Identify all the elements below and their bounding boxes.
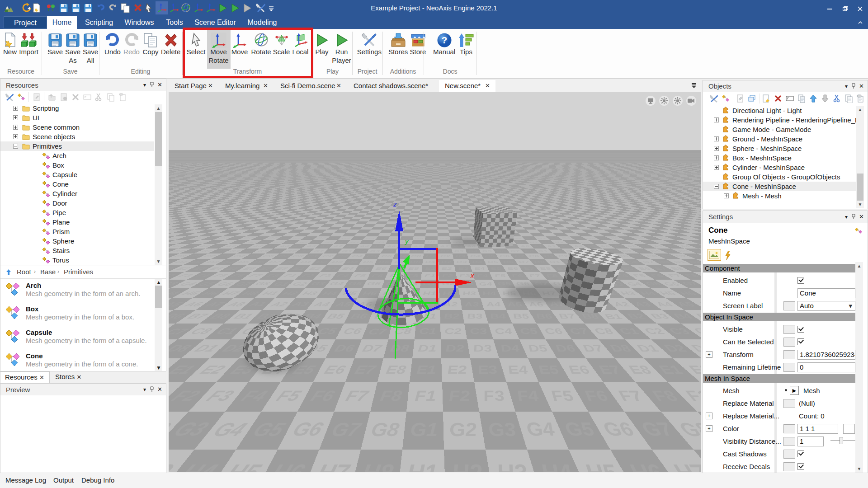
svg-text:D5: D5 <box>486 260 499 264</box>
svg-text:B4: B4 <box>488 312 507 320</box>
svg-text:G8: G8 <box>369 419 401 440</box>
svg-text:H2: H2 <box>439 241 449 243</box>
svg-text:F8: F8 <box>379 388 403 404</box>
svg-text:A2: A2 <box>439 245 449 248</box>
svg-text:C4: C4 <box>470 254 481 258</box>
svg-text:H2: H2 <box>451 459 484 472</box>
svg-text:G1: G1 <box>427 237 435 239</box>
svg-text:C4: C4 <box>493 327 514 336</box>
svg-text:A4: A4 <box>465 245 476 248</box>
svg-text:z: z <box>393 200 397 208</box>
svg-text:D4: D4 <box>472 260 483 264</box>
svg-text:E2: E2 <box>447 363 468 376</box>
svg-text:E3: E3 <box>458 267 469 271</box>
svg-text:F1: F1 <box>425 273 436 277</box>
svg-text:G6: G6 <box>390 237 400 239</box>
svg-text:E1: E1 <box>416 363 437 376</box>
svg-text:F8: F8 <box>407 273 419 277</box>
svg-text:F1: F1 <box>415 388 436 404</box>
svg-text:C3: C3 <box>469 327 488 336</box>
svg-text:H1: H1 <box>406 459 438 472</box>
svg-text:D2: D2 <box>445 343 465 354</box>
svg-text:D8: D8 <box>410 260 421 264</box>
svg-text:F2: F2 <box>442 273 453 277</box>
svg-text:D6: D6 <box>378 260 390 264</box>
svg-text:B2: B2 <box>440 250 450 253</box>
svg-text:x: x <box>470 272 474 279</box>
svg-text:F3: F3 <box>481 388 506 404</box>
svg-text:G1: G1 <box>410 419 439 440</box>
svg-text:E8: E8 <box>385 363 407 376</box>
svg-text:C5: C5 <box>484 254 496 258</box>
svg-text:B4: B4 <box>467 250 478 253</box>
svg-text:H6: H6 <box>388 241 398 243</box>
svg-text:H4: H4 <box>481 291 497 296</box>
svg-text:C6: C6 <box>381 254 392 258</box>
svg-text:G3: G3 <box>451 237 460 239</box>
svg-text:D3: D3 <box>472 343 493 354</box>
svg-text:G6: G6 <box>366 281 382 286</box>
svg-text:H1: H1 <box>427 241 436 243</box>
svg-text:F4: F4 <box>476 273 489 277</box>
svg-text:G8: G8 <box>415 237 424 239</box>
svg-text:E8: E8 <box>408 267 420 271</box>
svg-text:A1: A1 <box>426 245 436 248</box>
svg-text:D1: D1 <box>418 343 437 354</box>
svg-text:A7: A7 <box>399 245 410 248</box>
svg-text:A3: A3 <box>453 245 463 248</box>
svg-text:F2: F2 <box>448 388 471 404</box>
svg-text:C1: C1 <box>426 254 436 258</box>
svg-text:G2: G2 <box>439 237 448 239</box>
svg-text:H8: H8 <box>360 459 396 472</box>
svg-text:F3: F3 <box>459 273 471 277</box>
svg-text:E4: E4 <box>474 267 486 271</box>
svg-text:E2: E2 <box>441 267 452 271</box>
svg-text:G2: G2 <box>448 419 478 440</box>
svg-text:H8: H8 <box>414 241 424 243</box>
svg-text:G4: G4 <box>365 237 376 239</box>
svg-text:B1: B1 <box>426 250 436 253</box>
svg-text:A3: A3 <box>463 301 480 308</box>
svg-text:B3: B3 <box>454 250 464 253</box>
svg-text:E3: E3 <box>476 363 499 376</box>
svg-text:A8: A8 <box>412 245 423 248</box>
svg-text:C1: C1 <box>419 327 437 336</box>
svg-text:A6: A6 <box>385 245 396 248</box>
svg-text:C3: C3 <box>455 254 466 258</box>
svg-text:B2: B2 <box>443 312 460 320</box>
svg-text:D2: D2 <box>441 260 452 264</box>
svg-text:C2: C2 <box>440 254 451 258</box>
svg-text:G3: G3 <box>486 419 518 440</box>
svg-text:C8: C8 <box>410 254 421 258</box>
svg-text:B8: B8 <box>412 250 422 253</box>
svg-text:C2: C2 <box>444 327 462 336</box>
svg-text:H1: H1 <box>423 291 436 296</box>
svg-text:E1: E1 <box>425 267 436 271</box>
svg-text:G4: G4 <box>478 281 493 286</box>
svg-text:D3: D3 <box>456 260 467 264</box>
svg-text:B6: B6 <box>383 250 394 253</box>
svg-text:D1: D1 <box>425 260 436 264</box>
svg-text:B3: B3 <box>466 312 484 320</box>
svg-text:A4: A4 <box>484 301 501 307</box>
svg-text:C7: C7 <box>396 254 408 258</box>
svg-text:H3: H3 <box>462 291 477 296</box>
svg-text:?: ? <box>441 35 447 45</box>
svg-text:D8: D8 <box>389 343 410 354</box>
